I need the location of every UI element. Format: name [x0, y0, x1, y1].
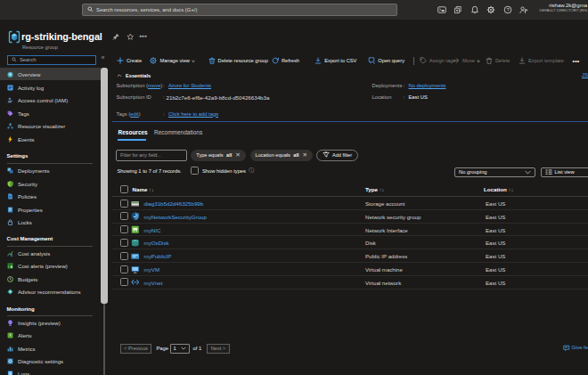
svg-text:$: $: [11, 253, 13, 257]
svg-text:?: ?: [506, 7, 509, 12]
